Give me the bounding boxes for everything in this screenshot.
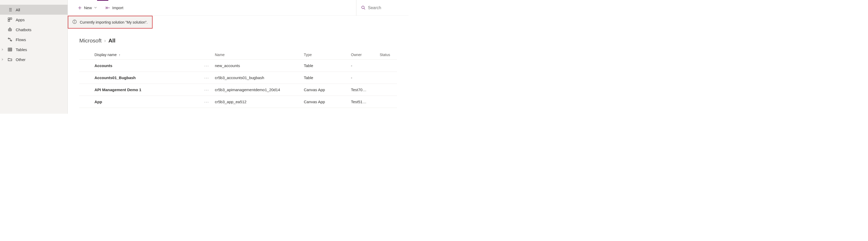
sidebar-item-other[interactable]: Other <box>0 54 67 64</box>
import-button[interactable]: Import <box>103 3 126 13</box>
col-select <box>79 50 93 60</box>
cell-display-name[interactable]: App <box>93 96 200 108</box>
chevron-down-icon <box>94 5 97 10</box>
search-box[interactable] <box>356 0 408 16</box>
row-more-button[interactable]: ··· <box>200 84 213 96</box>
svg-point-25 <box>362 6 364 9</box>
breadcrumb-parent[interactable]: Microsoft <box>79 37 101 44</box>
solutions-table: Display name ↑ Name Type Owner Status Ac… <box>79 50 397 108</box>
cell-type: Canvas App <box>302 84 349 96</box>
main-content: New Import Curr <box>68 0 408 114</box>
cell-status <box>378 84 397 96</box>
cell-owner: - <box>349 60 378 72</box>
list-icon <box>7 7 12 12</box>
import-icon <box>105 6 110 10</box>
sidebar-item-tables[interactable]: Tables <box>0 45 67 54</box>
sidebar-item-label: Chatbots <box>16 27 31 32</box>
svg-point-29 <box>74 21 75 21</box>
import-button-label: Import <box>112 5 124 10</box>
table-row[interactable]: Accounts ··· new_accounts Table - <box>79 60 397 72</box>
banner-message: Currently importing solution "My solutio… <box>80 20 148 24</box>
cell-owner: - <box>349 72 378 84</box>
svg-line-26 <box>364 8 365 9</box>
table-row[interactable]: Accounts01_Bugbash ··· cr5b3_accounts01_… <box>79 72 397 84</box>
chevron-right-icon <box>1 57 4 61</box>
search-icon <box>361 5 365 10</box>
apps-icon <box>7 17 12 22</box>
breadcrumb: Microsoft › All <box>79 37 408 44</box>
cell-status <box>378 60 397 72</box>
command-bar: New Import <box>68 0 408 16</box>
svg-rect-6 <box>8 18 10 19</box>
cell-status <box>378 72 397 84</box>
cell-status <box>378 96 397 108</box>
col-owner[interactable]: Owner <box>349 50 378 60</box>
sidebar-item-flows[interactable]: Flows <box>0 34 67 45</box>
cell-name: cr5b3_accounts01_bugbash <box>213 72 302 84</box>
col-display-name[interactable]: Display name ↑ <box>93 50 200 60</box>
cell-display-name[interactable]: API Management Demo 1 <box>93 84 200 96</box>
row-more-button[interactable]: ··· <box>200 96 213 108</box>
sidebar-item-label: Other <box>16 57 26 62</box>
table-area: Display name ↑ Name Type Owner Status Ac… <box>68 50 408 108</box>
cell-owner: Test70… <box>349 84 378 96</box>
row-more-button[interactable]: ··· <box>200 60 213 72</box>
table-row[interactable]: API Management Demo 1 ··· cr5b3_apimanag… <box>79 84 397 96</box>
table-header-row: Display name ↑ Name Type Owner Status <box>79 50 397 60</box>
chevron-right-icon: › <box>104 38 106 44</box>
svg-point-15 <box>11 40 12 41</box>
new-button[interactable]: New <box>75 3 100 13</box>
sidebar-item-label: Tables <box>16 47 27 52</box>
svg-rect-8 <box>8 20 10 22</box>
sidebar: All Apps Chatbots Flows <box>0 0 68 114</box>
table-row[interactable]: App ··· cr5b3_app_ea512 Canvas App Test5… <box>79 96 397 108</box>
col-type[interactable]: Type <box>302 50 349 60</box>
sidebar-item-label: Apps <box>16 18 25 22</box>
cell-display-name[interactable]: Accounts01_Bugbash <box>93 72 200 84</box>
cell-display-name[interactable]: Accounts <box>93 60 200 72</box>
bot-icon <box>7 27 12 32</box>
info-icon <box>72 20 77 25</box>
cell-type: Canvas App <box>302 96 349 108</box>
cell-name: cr5b3_apimanagementdemo1_20d14 <box>213 84 302 96</box>
sidebar-item-apps[interactable]: Apps <box>0 15 67 25</box>
plus-icon <box>78 6 82 10</box>
col-more <box>200 50 213 60</box>
row-more-button[interactable]: ··· <box>200 72 213 84</box>
breadcrumb-area: Microsoft › All <box>68 29 408 50</box>
svg-point-10 <box>9 30 10 30</box>
sidebar-item-label: Flows <box>16 37 26 42</box>
col-name[interactable]: Name <box>213 50 302 60</box>
cell-owner: Test51… <box>349 96 378 108</box>
import-status-banner: Currently importing solution "My solutio… <box>68 16 153 29</box>
svg-rect-16 <box>8 48 12 51</box>
svg-rect-7 <box>10 18 12 19</box>
sidebar-item-all[interactable]: All <box>0 5 67 15</box>
flow-icon <box>7 37 12 42</box>
svg-rect-9 <box>8 29 11 31</box>
breadcrumb-current: All <box>108 37 115 44</box>
svg-point-14 <box>8 38 9 39</box>
cell-type: Table <box>302 72 349 84</box>
chevron-right-icon <box>1 47 4 52</box>
cell-name: cr5b3_app_ea512 <box>213 96 302 108</box>
new-button-label: New <box>84 5 92 10</box>
svg-point-13 <box>10 28 10 28</box>
table-icon <box>7 47 12 52</box>
folder-icon <box>7 57 12 62</box>
svg-point-11 <box>10 30 11 30</box>
search-input[interactable] <box>368 5 399 10</box>
sidebar-item-chatbots[interactable]: Chatbots <box>0 25 67 34</box>
cell-type: Table <box>302 60 349 72</box>
sort-asc-icon: ↑ <box>119 53 120 57</box>
col-status[interactable]: Status <box>378 50 397 60</box>
sidebar-item-label: All <box>16 8 20 12</box>
cell-name: new_accounts <box>213 60 302 72</box>
